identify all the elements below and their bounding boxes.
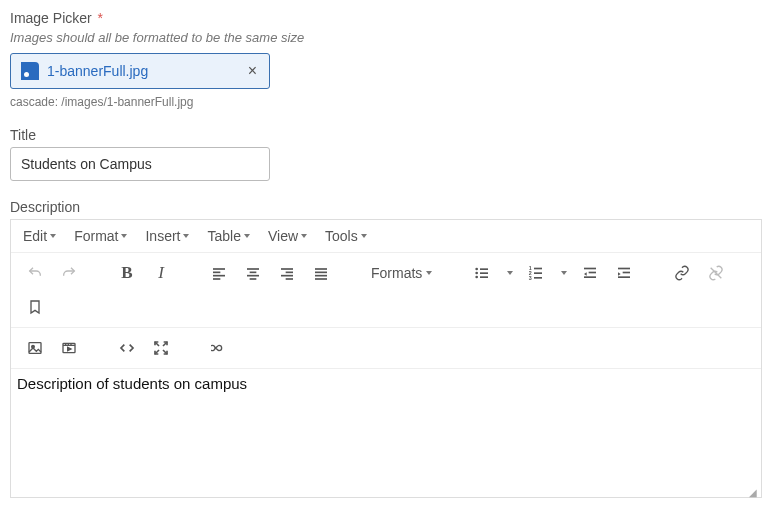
resize-handle[interactable]: ◢ xyxy=(11,489,761,497)
caret-icon xyxy=(361,234,367,238)
image-picker-field: Image Picker * Images should all be form… xyxy=(10,10,765,109)
infinity-icon xyxy=(211,340,227,356)
link-icon xyxy=(674,265,690,281)
file-path-text: cascade: /images/1-bannerFull.jpg xyxy=(10,95,765,109)
remove-file-button[interactable]: × xyxy=(246,62,259,80)
italic-button[interactable]: I xyxy=(147,259,175,287)
indent-button[interactable] xyxy=(610,259,638,287)
editor-menubar: Edit Format Insert Table View Tools xyxy=(11,220,761,253)
image-file-icon xyxy=(21,62,39,80)
link-button[interactable] xyxy=(668,259,696,287)
caret-icon xyxy=(426,271,432,275)
svg-rect-37 xyxy=(29,343,41,354)
svg-rect-28 xyxy=(584,268,596,270)
svg-rect-21 xyxy=(480,276,488,278)
unlink-button[interactable] xyxy=(702,259,730,287)
caret-icon xyxy=(561,271,567,275)
svg-rect-33 xyxy=(623,272,630,274)
title-label: Title xyxy=(10,127,765,143)
fullscreen-icon xyxy=(153,340,169,356)
media-icon xyxy=(61,340,77,356)
indent-icon xyxy=(616,265,632,281)
image-icon xyxy=(27,340,43,356)
editor-content[interactable]: Description of students on campus xyxy=(11,369,761,489)
code-icon xyxy=(119,340,135,356)
align-left-button[interactable] xyxy=(205,259,233,287)
caret-icon xyxy=(507,271,513,275)
caret-icon xyxy=(301,234,307,238)
align-right-button[interactable] xyxy=(273,259,301,287)
selected-file-chip[interactable]: 1-bannerFull.jpg × xyxy=(10,53,270,89)
align-justify-icon xyxy=(313,265,329,281)
bullet-list-icon xyxy=(474,265,490,281)
menu-insert[interactable]: Insert xyxy=(145,228,189,244)
bookmark-button[interactable] xyxy=(21,293,49,321)
svg-rect-27 xyxy=(534,277,542,279)
image-picker-helper: Images should all be formatted to be the… xyxy=(10,30,765,45)
required-asterisk: * xyxy=(98,10,103,26)
image-picker-label-text: Image Picker xyxy=(10,10,92,26)
svg-rect-34 xyxy=(618,276,630,278)
svg-rect-29 xyxy=(589,272,596,274)
align-left-icon xyxy=(211,265,227,281)
menu-edit[interactable]: Edit xyxy=(23,228,56,244)
align-right-icon xyxy=(279,265,295,281)
infinity-button[interactable] xyxy=(205,334,233,362)
bullet-list-button[interactable] xyxy=(468,259,496,287)
svg-rect-23 xyxy=(534,268,542,270)
numbered-list-button[interactable]: 123 xyxy=(522,259,550,287)
outdent-button[interactable] xyxy=(576,259,604,287)
editor-toolbar-row-2 xyxy=(11,328,761,369)
formats-dropdown[interactable]: Formats xyxy=(365,259,438,287)
numbered-list-icon: 123 xyxy=(528,265,544,281)
redo-button[interactable] xyxy=(55,259,83,287)
align-center-icon xyxy=(245,265,261,281)
bullet-list-more[interactable] xyxy=(502,259,516,287)
align-center-button[interactable] xyxy=(239,259,267,287)
image-picker-label: Image Picker * xyxy=(10,10,765,26)
caret-icon xyxy=(50,234,56,238)
editor-toolbar-row-1: B I Formats xyxy=(11,253,761,328)
caret-icon xyxy=(244,234,250,238)
insert-media-button[interactable] xyxy=(55,334,83,362)
outdent-icon xyxy=(582,265,598,281)
svg-rect-30 xyxy=(584,276,596,278)
numbered-list-more[interactable] xyxy=(556,259,570,287)
svg-rect-19 xyxy=(480,272,488,274)
svg-marker-31 xyxy=(584,272,587,275)
fullscreen-button[interactable] xyxy=(147,334,175,362)
undo-button[interactable] xyxy=(21,259,49,287)
insert-image-button[interactable] xyxy=(21,334,49,362)
svg-marker-35 xyxy=(618,272,621,275)
description-field: Description Edit Format Insert Table Vie… xyxy=(10,199,765,498)
svg-point-18 xyxy=(476,272,479,275)
menu-format[interactable]: Format xyxy=(74,228,127,244)
svg-rect-32 xyxy=(618,268,630,270)
svg-rect-17 xyxy=(480,268,488,270)
svg-text:3: 3 xyxy=(529,275,532,281)
selected-file-name: 1-bannerFull.jpg xyxy=(47,63,148,79)
svg-point-16 xyxy=(476,268,479,271)
rich-text-editor: Edit Format Insert Table View Tools B I xyxy=(10,219,762,498)
unlink-icon xyxy=(708,265,724,281)
bold-button[interactable]: B xyxy=(113,259,141,287)
caret-icon xyxy=(121,234,127,238)
caret-icon xyxy=(183,234,189,238)
menu-tools[interactable]: Tools xyxy=(325,228,367,244)
title-field: Title xyxy=(10,127,765,181)
align-justify-button[interactable] xyxy=(307,259,335,287)
source-code-button[interactable] xyxy=(113,334,141,362)
redo-icon xyxy=(61,265,77,281)
menu-view[interactable]: View xyxy=(268,228,307,244)
svg-rect-25 xyxy=(534,272,542,274)
title-input[interactable] xyxy=(10,147,270,181)
svg-marker-44 xyxy=(68,347,71,350)
bookmark-icon xyxy=(27,299,43,315)
description-label: Description xyxy=(10,199,765,215)
svg-point-20 xyxy=(476,276,479,279)
undo-icon xyxy=(27,265,43,281)
menu-table[interactable]: Table xyxy=(207,228,249,244)
